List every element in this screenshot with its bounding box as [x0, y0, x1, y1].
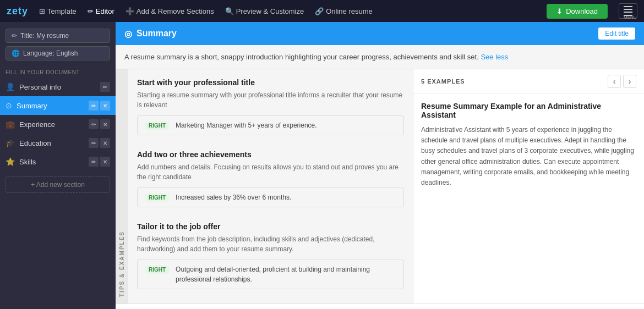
- summary-header: ◎ Summary Edit title: [116, 22, 644, 45]
- examples-header: 5 EXAMPLES ‹ ›: [413, 69, 644, 94]
- hide-tips-bar[interactable]: HIDE TIPS: [116, 304, 644, 309]
- main-layout: ✏ Title: My resume 🌐 Language: English F…: [0, 22, 644, 309]
- language-button[interactable]: 🌐 Language: English: [6, 46, 110, 60]
- examples-next-button[interactable]: ›: [623, 75, 636, 88]
- person-icon: 👤: [6, 82, 15, 91]
- delete-skills-button[interactable]: ✕: [100, 157, 110, 167]
- briefcase-icon: 💼: [6, 120, 15, 129]
- summary-icon: ⊙: [6, 101, 12, 110]
- add-section-button[interactable]: + Add new section: [6, 176, 110, 193]
- edit-education-button[interactable]: ✏: [89, 138, 99, 148]
- fill-label: FILL IN YOUR DOCUMENT: [0, 65, 116, 78]
- nav-online-resume[interactable]: 🔗 Online resume: [315, 7, 373, 15]
- download-icon: ⬇: [556, 7, 563, 15]
- topnav: zety ⊞ Template ✏ Editor ➕ Add & Remove …: [0, 0, 644, 22]
- delete-summary-button[interactable]: ✕: [100, 101, 110, 111]
- add-icon: ➕: [125, 7, 134, 15]
- examples-count: 5 EXAMPLES: [421, 78, 465, 85]
- editor-icon: ✏: [88, 7, 94, 15]
- summary-description: A resume summary is a short, snappy intr…: [116, 45, 644, 69]
- menu-button[interactable]: MENU: [619, 3, 637, 19]
- examples-panel: 5 EXAMPLES ‹ › Resume Summary Example fo…: [413, 69, 644, 304]
- globe-icon: 🌐: [12, 49, 20, 57]
- sidebar-item-experience[interactable]: 💼 Experience ✏ ✕: [0, 115, 116, 134]
- nav-preview-customize[interactable]: 🔍 Preview & Customize: [225, 7, 304, 15]
- tip-achievements: Add two or three achievements Add number…: [137, 141, 404, 213]
- tip-tailor: Tailor it to the job offer Find keywords…: [137, 213, 404, 295]
- edit-skills-button[interactable]: ✏: [89, 157, 99, 167]
- edit-title-button[interactable]: Edit title: [598, 27, 635, 40]
- star-icon: ⭐: [6, 157, 15, 166]
- edit-experience-button[interactable]: ✏: [89, 119, 99, 129]
- tips-content: Start with your professional title Start…: [128, 69, 413, 304]
- preview-icon: 🔍: [225, 7, 234, 15]
- title-button[interactable]: ✏ Title: My resume: [6, 29, 110, 43]
- sidebar: ✏ Title: My resume 🌐 Language: English F…: [0, 22, 116, 309]
- logo: zety: [7, 5, 28, 17]
- tips-vertical-label: TIPS & EXAMPLES: [116, 69, 128, 304]
- sidebar-item-skills[interactable]: ⭐ Skills ✏ ✕: [0, 152, 116, 171]
- summary-header-icon: ◎: [124, 29, 132, 39]
- tip-professional-title: Start with your professional title Start…: [137, 69, 404, 141]
- download-button[interactable]: ⬇ Download: [547, 4, 608, 19]
- right-example-3: RIGHT Outgoing and detail-oriented, prof…: [137, 260, 404, 289]
- graduation-icon: 🎓: [6, 139, 15, 147]
- edit-summary-button[interactable]: ✏: [89, 101, 99, 111]
- nav-editor[interactable]: ✏ Editor: [88, 7, 114, 15]
- example-text: Administrative Assistant with 5 years of…: [421, 125, 636, 188]
- pencil-icon: ✏: [12, 32, 17, 40]
- content-area: ◎ Summary Edit title A resume summary is…: [116, 22, 644, 309]
- tips-examples-row: TIPS & EXAMPLES Start with your professi…: [116, 69, 644, 304]
- delete-experience-button[interactable]: ✕: [100, 119, 110, 129]
- template-icon: ⊞: [39, 7, 45, 15]
- sidebar-item-summary[interactable]: ⊙ Summary ✏ ✕: [0, 96, 116, 115]
- examples-prev-button[interactable]: ‹: [608, 75, 621, 88]
- sidebar-item-personal-info[interactable]: 👤 Personal info ✏: [0, 78, 116, 96]
- edit-personal-info-button[interactable]: ✏: [100, 82, 110, 92]
- summary-title: Summary: [137, 29, 177, 38]
- see-less-link[interactable]: See less: [481, 53, 508, 61]
- delete-education-button[interactable]: ✕: [100, 138, 110, 148]
- example-title: Resume Summary Example for an Administra…: [421, 102, 636, 119]
- nav-template[interactable]: ⊞ Template: [39, 7, 77, 15]
- right-example-1: RIGHT Marketing Manager with 5+ years of…: [137, 115, 404, 135]
- sidebar-top: ✏ Title: My resume 🌐 Language: English: [0, 22, 116, 65]
- nav-add-remove[interactable]: ➕ Add & Remove Sections: [125, 7, 214, 15]
- sidebar-item-education[interactable]: 🎓 Education ✏ ✕: [0, 134, 116, 152]
- right-example-2: RIGHT Increased sales by 36% over 6 mont…: [137, 187, 404, 207]
- example-content: Resume Summary Example for an Administra…: [413, 94, 644, 196]
- link-icon: 🔗: [315, 7, 324, 15]
